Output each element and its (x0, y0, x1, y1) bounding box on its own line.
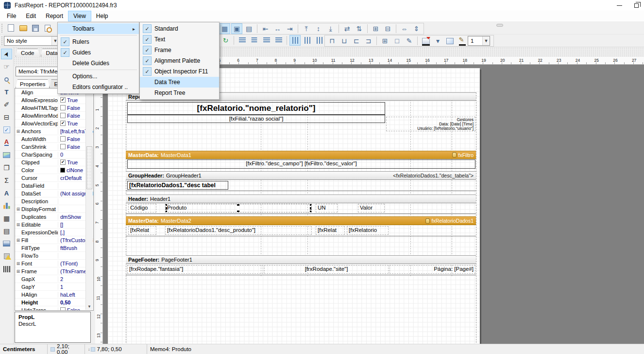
selection-handle[interactable] (310, 207, 312, 210)
memo-pagina[interactable]: Página: [Page#] (390, 265, 475, 274)
system-text-icon[interactable]: Σ (1, 175, 12, 186)
checkbox-icon[interactable]: ✔ (60, 159, 66, 165)
chart-object-icon[interactable] (1, 200, 12, 211)
menu-item-editors-configurator-[interactable]: Editors configurator .. (58, 82, 139, 92)
selection-handle[interactable] (165, 204, 167, 206)
menu-report[interactable]: Report (41, 11, 68, 21)
scrollbar-thumb[interactable] (86, 146, 92, 189)
memo-site[interactable]: [frxRodape."site"] (264, 265, 389, 274)
scrollbar-down-icon[interactable]: ▼ (86, 303, 93, 310)
menu-item-data-tree[interactable]: Data Tree (140, 77, 219, 88)
selection-handle[interactable] (237, 211, 239, 212)
frame-bottom-icon[interactable]: ⊔ (339, 35, 350, 46)
space-vertically-icon[interactable]: ⇅ (354, 23, 365, 34)
expand-icon[interactable]: ⊞ (15, 129, 21, 134)
checkbox-icon[interactable] (60, 105, 66, 110)
menu-item-frame[interactable]: ✓Frame (140, 45, 219, 55)
zoom-tool-icon[interactable] (1, 74, 12, 85)
format-copy-tool-icon[interactable]: ✐ (1, 99, 12, 110)
menu-help[interactable]: Help (91, 11, 113, 21)
property-row-frame[interactable]: ⊞Frame(TfrxFrame) (15, 267, 93, 275)
align-to-grid-icon[interactable]: ▣ (231, 23, 242, 34)
checkbox-object-icon[interactable]: ✓ (1, 124, 12, 135)
checkbox-icon[interactable] (60, 307, 66, 311)
align-bottoms-icon[interactable]: ⤓ (325, 23, 336, 34)
barcode-object-icon[interactable] (1, 264, 12, 274)
text-rotation-270-icon[interactable] (314, 35, 325, 46)
draw-object-icon[interactable]: A (1, 188, 12, 198)
frame-left-icon[interactable]: ⊏ (351, 35, 362, 46)
property-row-editable[interactable]: ⊞Editable[] (15, 221, 93, 229)
memo-report-title[interactable]: [fxRelatorio."nome_relatorio"] (127, 102, 385, 115)
toolbar-grip[interactable] (1, 23, 3, 33)
space-horizontally-icon[interactable]: ⇄ (341, 23, 353, 34)
property-row-datafield[interactable]: DataField (15, 182, 93, 190)
selection-handle[interactable] (310, 204, 312, 206)
property-row-allowvectorexport[interactable]: AllowVectorExport✔True (15, 120, 93, 127)
property-row-clipped[interactable]: Clipped✔True (15, 159, 93, 166)
cross-tab-icon[interactable]: ▦ (1, 213, 12, 224)
toolbar-overflow-chip[interactable] (496, 24, 503, 27)
expand-icon[interactable]: ⊞ (15, 222, 21, 227)
expand-icon[interactable]: ⊞ (15, 261, 21, 266)
save-report-icon[interactable] (30, 23, 41, 34)
memo-codigo[interactable]: Código (128, 204, 156, 212)
property-row-cursor[interactable]: CursorcrDefault (15, 174, 93, 182)
menu-item-object-inspector-f11[interactable]: ✓Object Inspector F11 (140, 66, 219, 77)
property-row-dataset[interactable]: DataSet(Not assigned) (15, 190, 93, 197)
tab-properties[interactable]: Properties (16, 79, 50, 88)
property-grid-scrollbar[interactable]: ▼ (85, 89, 93, 310)
toolbar-grip[interactable] (1, 36, 3, 46)
new-report-icon[interactable] (5, 23, 17, 34)
align-rights-icon[interactable]: ⇥ (284, 23, 295, 34)
align-text-left-icon[interactable] (237, 35, 248, 46)
select-tool-icon[interactable]: ➤ (1, 49, 12, 59)
text-object-icon[interactable]: A (1, 137, 12, 148)
style-combo[interactable]: No style ▼ (4, 36, 59, 46)
property-row-expressiondelimiters[interactable]: ExpressionDelimiters[,] (15, 229, 93, 236)
align-text-justify-icon[interactable] (273, 35, 284, 46)
property-row-canshrink[interactable]: CanShrinkFalse (15, 143, 93, 151)
checkbox-icon[interactable] (60, 144, 66, 149)
band-header-pagefooter[interactable]: PageFooter: PageFooter1 (126, 255, 476, 264)
band-header-masterdata2[interactable]: MasterData: MasterData2 fxRelatorioDados… (126, 216, 476, 225)
band-header-groupheader[interactable]: GroupHeader: GroupHeader1 <fxRelatorioDa… (126, 171, 476, 180)
vertical-ruler[interactable]: 12345678910111213 (95, 65, 103, 344)
align-horizontal-centers-icon[interactable]: ↔ (272, 23, 283, 34)
property-row-hidezeros[interactable]: HideZerosFalse (15, 306, 93, 311)
shape-object-icon[interactable] (1, 251, 12, 262)
expand-icon[interactable]: ⊞ (15, 269, 21, 274)
memo-filtro[interactable]: [fxFiltro."desc_campo"] [fxFiltro."desc_… (127, 159, 475, 169)
subreport-object-icon[interactable]: ❐ (1, 162, 12, 173)
text-tool-icon[interactable]: T (1, 87, 12, 97)
align-text-center-icon[interactable] (249, 35, 260, 46)
text-rotation-0-icon[interactable] (289, 35, 301, 46)
selection-handle[interactable] (165, 211, 167, 212)
checkbox-icon[interactable]: ✔ (60, 97, 66, 103)
memo-razao-social[interactable]: [fxFilial."razao social"] (127, 115, 385, 123)
checkbox-icon[interactable] (60, 113, 66, 118)
memo-valor[interactable]: Valor (358, 204, 385, 212)
menu-item-rulers[interactable]: ✓Rulers (58, 36, 139, 47)
menu-file[interactable]: File (2, 11, 21, 21)
property-row-allowmirrormode[interactable]: AllowMirrorModeFalse (15, 112, 93, 120)
frame-none-icon[interactable]: □ (391, 35, 403, 46)
expand-icon[interactable]: ⊞ (15, 238, 21, 243)
menu-item-delete-guides[interactable]: Delete Guides (58, 58, 139, 69)
center-horizontally-in-band-icon[interactable]: ⊞ (370, 23, 381, 34)
grid-icon[interactable]: ▦ (219, 23, 230, 34)
fill-color-icon[interactable] (420, 35, 431, 46)
menu-item-report-tree[interactable]: Report Tree (140, 88, 219, 98)
frame-edit-icon[interactable]: ✎ (404, 35, 415, 46)
insert-band-icon[interactable]: ⊟ (1, 112, 12, 123)
align-text-right-icon[interactable] (261, 35, 272, 46)
align-vertical-centers-icon[interactable]: ↕ (313, 23, 324, 34)
memo-desc-tabela[interactable]: [fxRelatorioDados1."desc tabel (127, 181, 228, 190)
property-row-halign[interactable]: HAlignhaLeft (15, 291, 93, 299)
gradient-object-icon[interactable] (1, 238, 12, 249)
fill-color-dropdown-icon[interactable]: ▾ (432, 35, 443, 46)
menu-item-standard[interactable]: ✓Standard (140, 23, 219, 34)
property-row-gapy[interactable]: GapY1 (15, 283, 93, 291)
center-vertically-in-band-icon[interactable]: ⊟ (382, 23, 393, 34)
menu-item-text[interactable]: ✓Text (140, 34, 219, 45)
